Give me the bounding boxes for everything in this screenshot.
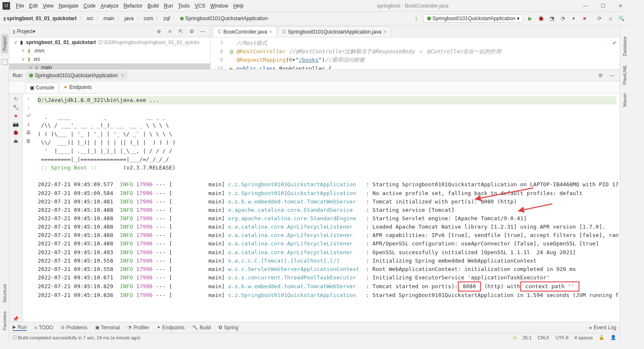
menu-analyze[interactable]: Analyze xyxy=(98,3,121,9)
caret-position[interactable]: 25:1 xyxy=(523,335,532,340)
menu-code[interactable]: Code xyxy=(81,3,98,9)
search-icon[interactable]: 🔍 xyxy=(617,14,626,23)
menu-help[interactable]: Help xyxy=(231,3,246,9)
git-icon[interactable]: ⎌ xyxy=(606,14,615,23)
favorites-tool-tab[interactable]: Favorites xyxy=(1,309,8,333)
subtab-console[interactable]: ▣ Console xyxy=(25,83,59,93)
plantuml-tool-tab[interactable]: PlantUML xyxy=(621,62,628,87)
breadcrumb-separator: 〉 xyxy=(96,15,101,22)
file-encoding[interactable]: UTF-8 xyxy=(556,335,569,340)
project-tree[interactable]: v▮springboot_01_01_quickstartD:\SSM\spri… xyxy=(9,37,210,69)
bottom-tab-run[interactable]: ▶Run xyxy=(13,324,27,331)
menu-tools[interactable]: Tools xyxy=(176,3,192,9)
maximize-button[interactable]: ☐ xyxy=(597,2,609,10)
run-tab[interactable]: ⬢ Springboot0101QuickstartApplication × xyxy=(26,71,127,80)
bug-icon[interactable]: 🐞 xyxy=(13,130,19,135)
bookmark-icon[interactable] xyxy=(2,59,8,65)
editor-tab[interactable]: ©BookController.java× xyxy=(213,26,277,37)
breadcrumb-item[interactable]: java xyxy=(125,16,134,21)
database-tool-tab[interactable]: Database xyxy=(621,34,628,59)
rerun-button[interactable]: ↻ xyxy=(14,96,18,102)
camera-icon[interactable]: 📷 xyxy=(13,121,19,127)
build-icon[interactable]: ⤹ xyxy=(412,14,421,23)
close-icon[interactable]: × xyxy=(269,29,272,35)
bottom-tab-endpoints[interactable]: ✦Endpoints xyxy=(157,325,184,331)
down-icon[interactable]: ↓ xyxy=(27,104,30,110)
pin-icon[interactable]: 📌 xyxy=(13,316,19,322)
tree-item[interactable]: v▮src xyxy=(9,55,210,63)
debug-button[interactable]: 🐞 xyxy=(537,14,545,23)
menu-window[interactable]: Window xyxy=(208,3,231,9)
menu-run[interactable]: Run xyxy=(161,3,176,9)
expand-icon[interactable]: ≡ xyxy=(166,27,174,36)
code-line: 8@@RestController //@RestController注解相当于… xyxy=(210,47,620,56)
tree-item[interactable]: >▮.mvn xyxy=(9,47,210,55)
inspection-icon[interactable]: 👤 xyxy=(610,335,616,340)
tree-root[interactable]: v▮springboot_01_01_quickstartD:\SSM\spri… xyxy=(9,38,210,47)
coverage-button[interactable]: ⬔ xyxy=(548,14,556,23)
event-log-tab[interactable]: ● Event Log xyxy=(589,325,616,331)
indent-setting[interactable]: 4 spaces xyxy=(574,335,593,340)
chevron-down-icon[interactable]: ▾ xyxy=(33,29,35,34)
stop-button[interactable]: ■ xyxy=(14,113,17,119)
subtab-endpoints[interactable]: ✦ Endpoints xyxy=(59,82,96,92)
menu-build[interactable]: Build xyxy=(145,3,161,9)
hide-icon[interactable]: — xyxy=(608,71,616,80)
breadcrumb-item[interactable]: ⬢ Springboot0101QuickstartApplication xyxy=(180,16,267,21)
bottom-tab-build[interactable]: 🔨Build xyxy=(192,325,211,331)
breadcrumb-separator: 〉 xyxy=(172,15,177,22)
collapse-icon[interactable]: ⇱ xyxy=(177,27,185,36)
up-icon[interactable]: ↑ xyxy=(27,96,30,102)
bottom-tab-profiler[interactable]: ◔Profiler xyxy=(127,325,149,331)
run-config-selector[interactable]: ⬢ Springboot0101QuickstartApplication ▾ xyxy=(423,14,523,23)
structure-tool-tab[interactable]: Structure xyxy=(1,281,8,305)
line-separator[interactable]: CRLF xyxy=(538,335,550,340)
bottom-tab-todo[interactable]: ≡TODO xyxy=(34,325,53,331)
breadcrumb-item[interactable]: com xyxy=(144,16,153,21)
exit-icon[interactable]: ⏏ xyxy=(13,138,18,144)
code-line: 7//Rest模式 xyxy=(210,39,620,47)
stop-button[interactable]: ■ xyxy=(580,14,589,23)
close-icon[interactable]: × xyxy=(121,73,124,78)
readonly-icon[interactable]: 🔓 xyxy=(599,335,605,340)
menu-refactor[interactable]: Refactor xyxy=(121,3,145,9)
menu-view[interactable]: View xyxy=(40,3,56,9)
breadcrumb-item[interactable]: ▮ springboot_01_01_quickstart xyxy=(3,16,77,21)
breadcrumb-item[interactable]: src xyxy=(87,16,93,21)
close-button[interactable]: ✕ xyxy=(615,2,626,10)
bottom-tab-problems[interactable]: ⊘Problems xyxy=(61,325,88,331)
analysis-ok-icon: ✔ xyxy=(613,39,616,46)
run-button[interactable]: ▶ xyxy=(526,14,534,23)
menu-vcs[interactable]: VCS xyxy=(192,3,208,9)
console-output[interactable]: D:\Java\jdk1.8.0_321\bin\java.exe ... . … xyxy=(34,94,620,322)
close-icon[interactable]: × xyxy=(384,29,387,35)
breadcrumb-item[interactable]: zqf xyxy=(163,16,170,21)
bottom-tab-terminal[interactable]: ▣Terminal xyxy=(95,325,120,331)
wrap-icon[interactable]: ⏎ xyxy=(26,113,31,119)
profile-button[interactable]: ◔ xyxy=(558,14,567,23)
update-icon[interactable]: ⟳ xyxy=(595,14,604,23)
run-config-label: Springboot0101QuickstartApplication xyxy=(433,16,515,21)
tree-item[interactable]: v▮main xyxy=(9,63,210,69)
breadcrumb-item[interactable]: main xyxy=(104,16,114,21)
scroll-icon[interactable]: ⤓ xyxy=(26,121,31,127)
menu-file[interactable]: File xyxy=(13,3,26,9)
run-tab-label: Springboot0101QuickstartApplication xyxy=(35,73,117,78)
gear-icon[interactable]: ⚙ xyxy=(596,71,605,80)
maven-tool-tab[interactable]: Maven xyxy=(621,91,628,109)
attach-button[interactable]: ▾ xyxy=(569,14,578,23)
project-tool-tab[interactable]: Project xyxy=(1,34,8,53)
trash-icon[interactable]: 🗑 xyxy=(26,138,31,144)
hammer-icon[interactable]: 🔧 xyxy=(13,104,19,110)
gear-icon[interactable]: ⚙ xyxy=(187,27,196,36)
editor-tab[interactable]: ©Springboot0101QuickstartApplication.jav… xyxy=(278,26,391,37)
menu-navigate[interactable]: Navigate xyxy=(56,3,81,9)
print-icon[interactable]: 🖶 xyxy=(26,130,31,135)
hide-icon[interactable]: — xyxy=(198,27,207,36)
code-editor[interactable]: ✔ 7//Rest模式8@@RestController //@RestCont… xyxy=(210,37,620,69)
locate-icon[interactable]: ⊕ xyxy=(155,27,163,36)
minimize-button[interactable]: — xyxy=(579,2,591,10)
bottom-tab-spring[interactable]: ✿Spring xyxy=(218,325,239,331)
warning-icon[interactable]: ⚠ xyxy=(513,335,517,340)
menu-edit[interactable]: Edit xyxy=(26,3,40,9)
